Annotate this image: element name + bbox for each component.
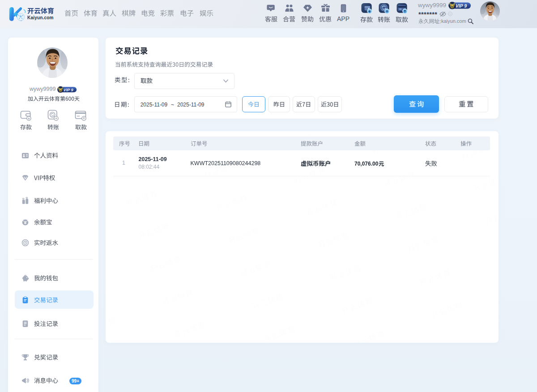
svg-text:VIP 9: VIP 9 — [456, 3, 467, 8]
svg-text:VIP 9: VIP 9 — [64, 88, 74, 92]
